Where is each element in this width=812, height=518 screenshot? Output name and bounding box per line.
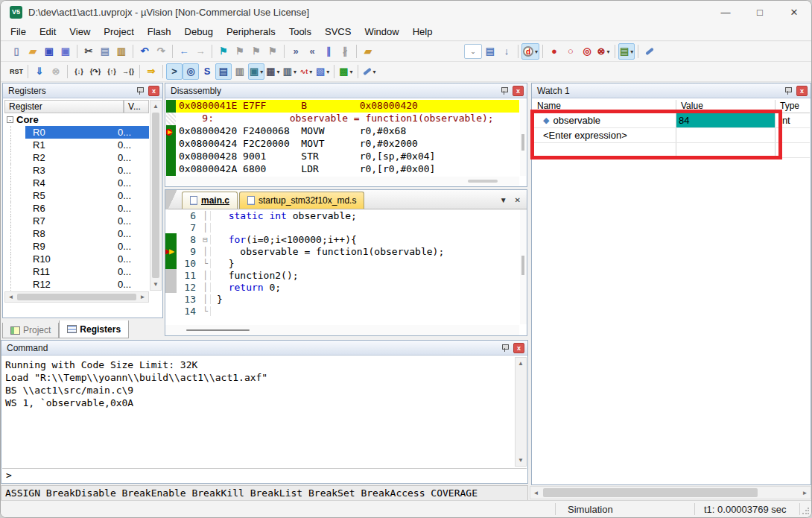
code-line-14[interactable]: 14└ [165,305,519,317]
disassembly-window-toggle[interactable]: ◎ [183,63,199,80]
tree-expander-icon[interactable]: - [7,116,13,123]
watch-row[interactable]: ◆observable84int [533,113,810,128]
disassembly-vertical-scrollbar[interactable] [520,100,526,176]
pin-icon[interactable] [501,86,509,95]
watch-empty-row[interactable] [533,143,810,158]
scroll-down-icon[interactable]: ▼ [516,455,526,466]
redo-button[interactable]: ↷ [153,43,169,60]
watch-name-cell[interactable] [533,143,676,157]
disassembly-line[interactable]: ●▶0x08000420 F2400068 MOVW r0,#0x68 [166,125,519,138]
close-window-button[interactable]: ✕ [777,1,811,23]
register-row-r6[interactable]: R60... [4,202,149,215]
navigate-back-button[interactable]: ← [176,43,192,60]
menu-svcs[interactable]: SVCS [318,24,358,40]
code-line-11[interactable]: 11│ function2(); [165,269,519,281]
configure-wrench-button[interactable] [641,43,658,60]
pin-icon[interactable] [501,343,510,353]
registers-vertical-scrollbar[interactable]: ▲ ▼ [150,100,162,291]
menu-view[interactable]: View [63,24,97,40]
symbols-window-toggle[interactable]: S [199,63,215,80]
editor-tab-list-dropdown-icon[interactable]: ▼ [500,196,507,204]
code-line-8[interactable]: 8⊟ for(i=0;i<100000;i++){ [165,233,519,245]
code-line-12[interactable]: 12│ return 0; [165,281,519,293]
register-row-r7[interactable]: R70... [4,215,149,227]
close-icon[interactable]: x [513,86,524,96]
bookmark-toggle-button[interactable]: ⚑ [215,43,232,60]
fold-margin[interactable]: │ [200,271,211,280]
close-icon[interactable]: x [148,86,159,96]
type-column-label[interactable]: Type [775,100,810,113]
dropdown-arrow-icon[interactable]: ▾ [326,69,329,75]
editor-tab-startup-stm32f10x-md-s[interactable]: startup_stm32f10x_md.s [239,192,364,209]
minimize-button[interactable]: — [708,1,743,23]
watch-horizontal-scrollbar[interactable]: ◄ ► [530,486,811,499]
comment-selection-button[interactable]: ∥ [320,43,337,60]
save-file-button[interactable]: ▣ [41,43,57,60]
dropdown-arrow-icon[interactable]: ▾ [277,69,280,75]
code-line-7[interactable]: 7│ [165,221,519,233]
code-line-10[interactable]: 10└ } [165,257,519,269]
new-file-button[interactable]: ▯ [8,43,25,60]
stop-button[interactable]: ⊗ [48,63,64,80]
step-over-button[interactable]: {↷} [87,63,104,80]
register-row-r12[interactable]: R120... [4,278,149,291]
scroll-up-icon[interactable]: ▲ [516,358,526,369]
menu-tools[interactable]: Tools [282,24,318,40]
disassembly-line[interactable]: 0x08000428 9001 STR r0,[sp,#0x04] [166,151,519,163]
scroll-down-icon[interactable]: ▼ [150,279,161,290]
dropdown-arrow-icon[interactable]: ▾ [309,69,312,75]
editor-close-document-icon[interactable]: ✕ [515,196,521,204]
serial-window-toggle[interactable]: ▥▾ [282,63,298,80]
bookmark-next-button[interactable]: ⚑ [248,43,264,60]
register-row-r4[interactable]: R40... [4,177,149,189]
watch-row[interactable]: <Enter expression> [533,128,810,143]
registers-horizontal-scrollbar[interactable]: ◄ ► [4,291,149,303]
open-file-button[interactable]: ▰ [25,43,41,60]
undo-button[interactable]: ↶ [136,43,153,60]
pin-icon[interactable] [784,86,793,95]
fold-margin[interactable]: ⊟ [200,235,211,244]
watch-name-cell[interactable]: <Enter expression> [533,128,676,142]
indent-right-button[interactable]: » [288,43,304,60]
code-area[interactable]: 6│ static int observable;7│8⊟ for(i=0;i<… [165,209,519,324]
dropdown-arrow-icon[interactable]: ▾ [630,48,633,55]
register-row-r1[interactable]: R10... [4,139,149,151]
kill-all-breakpoints-button[interactable]: ⊗▾ [595,43,612,60]
menu-file[interactable]: File [4,24,33,40]
watch-window-toggle[interactable]: ▣▾ [248,63,264,80]
enable-disable-breakpoint-button[interactable]: ○ [562,43,579,60]
memory-window-toggle[interactable]: ▦▾ [264,63,281,80]
menu-edit[interactable]: Edit [33,24,63,40]
cut-button[interactable]: ✂ [80,43,97,60]
menu-debug[interactable]: Debug [178,24,220,40]
disassembly-line[interactable]: 9: observable = function1(observable); [166,113,519,125]
bookmark-clear-all-button[interactable]: ⚑ [264,43,281,60]
command-window-toggle[interactable]: > [166,63,183,80]
dropdown-arrow-icon[interactable]: ▾ [350,69,353,75]
register-column-label[interactable]: Register [4,100,124,113]
command-output[interactable]: Running with Code Size Limit: 32KLoad "R… [2,357,516,467]
menu-window[interactable]: Window [358,24,405,40]
command-vertical-scrollbar[interactable]: ▲ ▼ [515,357,527,467]
resize-grip[interactable] [802,508,809,515]
system-viewer-toggle[interactable]: ▩▾ [337,63,354,80]
register-row-r9[interactable]: R90... [4,240,149,253]
editor-vertical-scrollbar[interactable] [520,209,527,324]
run-button[interactable]: ⇓ [31,63,48,80]
watch-value-cell[interactable] [676,143,775,157]
editor-horizontal-scrollbar[interactable] [165,325,519,335]
find-text-combo[interactable]: ⌄ [464,44,482,59]
dropdown-arrow-icon[interactable]: ▾ [373,69,376,75]
fold-margin[interactable]: │ [200,282,211,292]
pin-icon[interactable] [136,86,145,95]
code-line-6[interactable]: 6│ static int observable; [165,209,519,221]
incremental-find-button[interactable]: ↓ [498,43,515,60]
scroll-left-icon[interactable]: ◄ [5,294,16,300]
fold-margin[interactable]: │ [200,223,211,233]
value-column-label[interactable]: V... [124,100,149,113]
code-line-13[interactable]: 13│} [165,293,519,305]
start-stop-debug-session-button[interactable]: d▾ [521,43,539,60]
disassembly-line[interactable]: 0x0800041E E7FF B 0x08000420 [166,100,519,113]
value-column-label[interactable]: Value [676,100,775,113]
tab-project[interactable]: Project [2,323,59,338]
